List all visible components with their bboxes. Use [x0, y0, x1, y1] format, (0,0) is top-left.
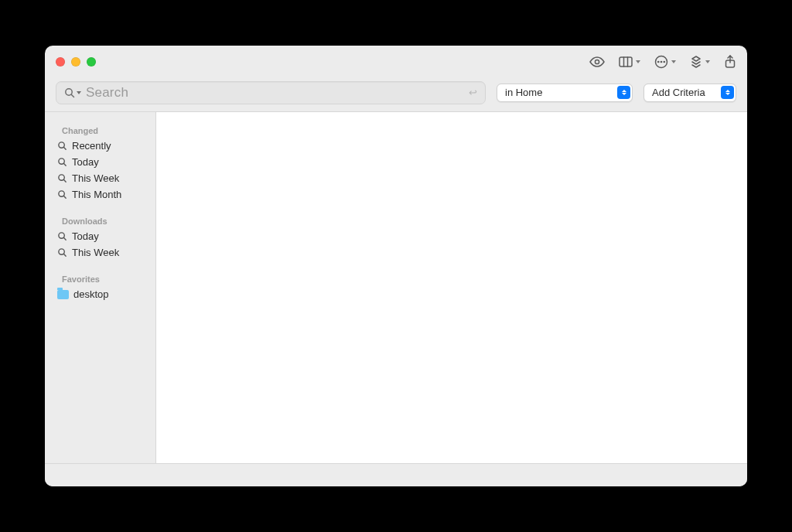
scope-selected-label: in Home: [505, 87, 542, 98]
search-row: Search ↩ in Home Add Criteria: [45, 78, 747, 112]
sidebar-section-downloads: Downloads Today This Week: [53, 213, 148, 261]
criteria-dropdown[interactable]: Add Criteria: [644, 84, 736, 102]
sidebar-item-label: This Month: [72, 189, 121, 200]
svg-line-16: [63, 179, 66, 182]
tags-button[interactable]: [690, 55, 710, 69]
sidebar-item-downloads-this-week[interactable]: This Week: [53, 244, 148, 261]
zoom-button[interactable]: [87, 57, 96, 66]
criteria-label: Add Criteria: [652, 87, 705, 98]
traffic-lights: [56, 57, 96, 66]
sidebar-section-favorites: Favorites desktop: [53, 271, 148, 302]
view-mode-button[interactable]: [619, 56, 640, 67]
chevron-down-icon: [705, 60, 710, 63]
sidebar-item-label: Recently: [72, 140, 111, 152]
tag-stack-icon: [690, 55, 702, 69]
more-circle-icon: [654, 55, 668, 69]
body: Changed Recently Today This Week This Mo…: [45, 112, 747, 463]
eye-icon: [589, 56, 605, 67]
share-icon: [724, 55, 736, 69]
svg-point-6: [661, 61, 661, 62]
sidebar-item-recently[interactable]: Recently: [53, 138, 148, 154]
minimize-button[interactable]: [71, 57, 80, 66]
quicklook-button[interactable]: [589, 56, 605, 67]
sidebar: Changed Recently Today This Week This Mo…: [45, 112, 156, 463]
svg-line-12: [63, 147, 66, 149]
search-placeholder: Search: [86, 85, 128, 101]
sidebar-item-label: This Week: [72, 247, 119, 258]
toolbar-right: [589, 55, 736, 69]
sidebar-item-today[interactable]: Today: [53, 154, 148, 170]
sidebar-item-downloads-today[interactable]: Today: [53, 228, 148, 244]
svg-line-18: [63, 196, 66, 198]
search-icon: [57, 189, 67, 200]
search-icon: [57, 231, 67, 241]
sidebar-item-label: This Week: [72, 172, 119, 184]
svg-point-7: [664, 61, 664, 62]
app-window: Search ↩ in Home Add Criteria Changed Re…: [45, 46, 747, 486]
sidebar-item-desktop[interactable]: desktop: [53, 286, 148, 302]
sidebar-item-label: Today: [72, 156, 99, 168]
titlebar: [45, 46, 747, 78]
svg-line-14: [63, 163, 66, 165]
section-title: Changed: [53, 123, 148, 138]
scope-dropdown[interactable]: in Home: [497, 84, 633, 102]
search-icon: [57, 247, 67, 257]
svg-point-0: [595, 60, 599, 63]
status-bar: [45, 463, 747, 486]
svg-line-20: [63, 237, 66, 240]
sidebar-item-label: Today: [72, 230, 99, 242]
sidebar-item-this-week[interactable]: This Week: [53, 170, 148, 186]
svg-point-5: [658, 61, 659, 62]
dropdown-stepper-icon: [617, 86, 630, 99]
sidebar-item-this-month[interactable]: This Month: [53, 186, 148, 203]
section-title: Downloads: [53, 213, 148, 228]
search-icon: [57, 173, 67, 183]
search-icon: [64, 87, 75, 98]
svg-line-10: [71, 94, 73, 97]
svg-rect-1: [620, 57, 632, 66]
sidebar-item-label: desktop: [73, 288, 109, 300]
search-scope-chevron-icon[interactable]: [77, 91, 81, 94]
dropdown-stepper-icon: [721, 86, 734, 99]
section-title: Favorites: [53, 271, 148, 286]
search-field[interactable]: Search ↩: [56, 81, 486, 104]
share-button[interactable]: [724, 55, 736, 69]
search-submit-icon[interactable]: ↩: [469, 87, 477, 98]
sidebar-section-changed: Changed Recently Today This Week This Mo…: [53, 123, 148, 203]
chevron-down-icon: [636, 60, 640, 63]
folder-icon: [57, 290, 69, 299]
columns-icon: [619, 56, 633, 67]
content-area[interactable]: [156, 112, 747, 463]
search-icon: [57, 157, 67, 167]
action-menu-button[interactable]: [654, 55, 676, 69]
close-button[interactable]: [56, 57, 65, 66]
chevron-down-icon: [671, 60, 676, 63]
search-icon: [57, 141, 67, 151]
svg-line-22: [63, 254, 66, 256]
